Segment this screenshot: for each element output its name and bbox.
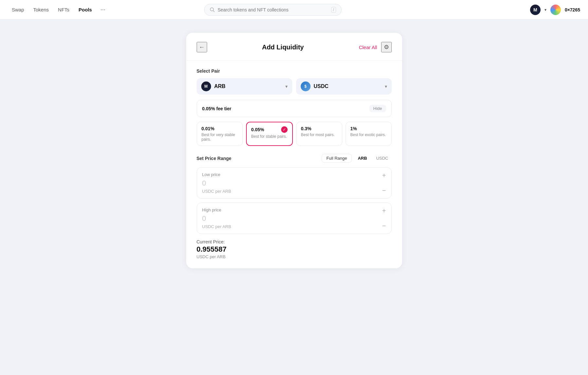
back-button[interactable]: ← <box>197 42 207 52</box>
wallet-avatar <box>550 5 561 15</box>
high-price-value: 0 <box>202 214 386 223</box>
pair-selectors: M ARB ▾ $ USDC ▾ <box>197 78 392 95</box>
fee-option-1[interactable]: 1% Best for exotic pairs. <box>346 122 392 146</box>
settings-button[interactable]: ⚙ <box>381 42 392 52</box>
token-a-name: ARB <box>214 83 282 89</box>
set-price-range-header: Set Price Range Full Range ARB USDC <box>197 154 392 163</box>
low-price-increment[interactable]: + <box>382 172 386 179</box>
svg-line-1 <box>213 10 214 12</box>
nav-more[interactable]: ··· <box>97 4 109 16</box>
nav-swap[interactable]: Swap <box>8 4 28 15</box>
search-bar[interactable]: / <box>204 4 342 16</box>
fee-desc-005: Best for stable pairs. <box>251 134 288 139</box>
card-actions: Clear All ⚙ <box>359 42 392 52</box>
select-pair-label: Select Pair <box>197 68 392 74</box>
range-controls: Full Range ARB USDC <box>322 154 392 163</box>
low-price-decrement[interactable]: − <box>382 187 386 194</box>
token-a-selector[interactable]: M ARB ▾ <box>197 78 292 95</box>
low-price-label: Low price <box>202 172 386 177</box>
fee-pct-001: 0.01% <box>202 126 215 131</box>
token-a-icon: M <box>201 81 211 91</box>
brand-logo-icon: M <box>530 5 541 15</box>
range-token-arb-button[interactable]: ARB <box>354 154 370 162</box>
fee-desc-001: Best for very stable pairs. <box>202 133 238 142</box>
full-range-button[interactable]: Full Range <box>322 154 352 163</box>
current-price-value: 0.955587 <box>197 245 392 254</box>
high-price-unit: USDC per ARB <box>202 224 386 229</box>
clear-all-button[interactable]: Clear All <box>359 45 377 50</box>
fee-desc-1: Best for exotic pairs. <box>350 133 387 137</box>
high-price-label: High price <box>202 207 386 212</box>
fee-pct-005: 0.05% <box>251 127 264 132</box>
fee-desc-03: Best for most pairs. <box>301 133 337 137</box>
fee-tier-bar: 0.05% fee tier Hide <box>197 100 392 117</box>
card-title: Add Liquidity <box>262 44 304 51</box>
fee-option-03[interactable]: 0.3% Best for most pairs. <box>296 122 342 146</box>
set-price-range-label: Set Price Range <box>197 156 232 161</box>
add-liquidity-card: ← Add Liquidity Clear All ⚙ Select Pair … <box>186 33 402 268</box>
top-navigation: Swap Tokens NFTs Pools ··· / M ▾ 0×7265 <box>0 0 588 20</box>
token-b-icon: $ <box>301 81 311 91</box>
token-b-selector[interactable]: $ USDC ▾ <box>296 78 392 95</box>
fee-option-005[interactable]: 0.05% ✓ Best for stable pairs. <box>246 122 293 146</box>
low-price-box: Low price 0 USDC per ARB + − <box>197 167 392 199</box>
fee-pct-03: 0.3% <box>301 126 312 131</box>
range-token-usdc-button[interactable]: USDC <box>373 154 392 162</box>
main-content: ← Add Liquidity Clear All ⚙ Select Pair … <box>0 20 588 375</box>
nav-dropdown-chevron[interactable]: ▾ <box>544 8 546 12</box>
token-b-name: USDC <box>314 83 382 89</box>
fee-tier-label: 0.05% fee tier <box>202 106 232 111</box>
high-price-box: High price 0 USDC per ARB + − <box>197 203 392 234</box>
fee-pct-1: 1% <box>350 126 357 131</box>
card-header: ← Add Liquidity Clear All ⚙ <box>197 42 392 52</box>
nav-pools[interactable]: Pools <box>75 4 96 15</box>
search-icon <box>210 7 215 12</box>
fee-options: 0.01% Best for very stable pairs. 0.05% … <box>197 122 392 146</box>
nav-tokens[interactable]: Tokens <box>29 4 53 15</box>
high-price-increment[interactable]: + <box>382 207 386 214</box>
low-price-value: 0 <box>202 179 386 188</box>
current-price-unit: USDC per ARB <box>197 254 392 259</box>
token-a-chevron: ▾ <box>285 84 288 89</box>
search-shortcut: / <box>331 7 336 13</box>
nav-nfts[interactable]: NFTs <box>54 4 73 15</box>
fee-check-icon: ✓ <box>281 126 288 133</box>
current-price-label: Current Price: <box>197 239 392 244</box>
fee-option-001[interactable]: 0.01% Best for very stable pairs. <box>197 122 243 146</box>
current-price-section: Current Price: 0.955587 USDC per ARB <box>197 239 392 259</box>
nav-links: Swap Tokens NFTs Pools ··· <box>8 4 109 16</box>
wallet-address[interactable]: 0×7265 <box>565 7 580 12</box>
search-input[interactable] <box>218 7 329 12</box>
low-price-unit: USDC per ARB <box>202 189 386 194</box>
header-divider <box>186 60 402 61</box>
token-b-chevron: ▾ <box>385 84 387 89</box>
high-price-decrement[interactable]: − <box>382 223 386 229</box>
hide-button[interactable]: Hide <box>369 105 386 112</box>
nav-right: M ▾ 0×7265 <box>530 5 580 15</box>
